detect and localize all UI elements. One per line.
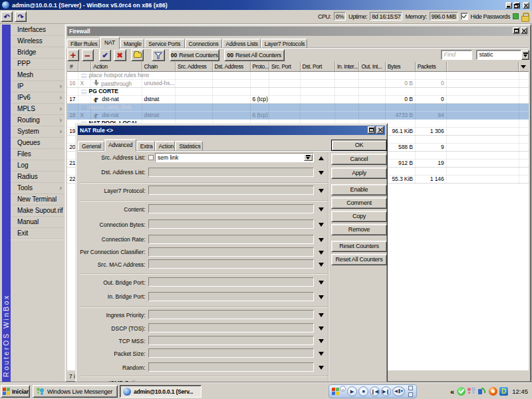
column-header-src-address[interactable]: Src. Address — [176, 62, 213, 71]
expand-field-button[interactable] — [317, 206, 326, 213]
comment-row[interactable]: ;;;Aviso_sem_link — [67, 104, 529, 112]
column-header-in-inter-[interactable]: In. Inter... — [335, 62, 359, 71]
remove-button[interactable]: Remove — [331, 224, 387, 235]
column-header-dst-port[interactable]: Dst. Port — [301, 62, 336, 71]
wmp-prev-button[interactable]: ❙◀ — [370, 386, 380, 396]
sidebar-item-radius[interactable]: Radius — [11, 172, 65, 183]
sidebar-item-make-supout-rif[interactable]: Make Supout.rif — [11, 205, 65, 217]
expand-field-button[interactable] — [317, 170, 326, 176]
tray-orange-app-icon[interactable] — [489, 387, 497, 396]
expand-field-button[interactable] — [317, 221, 326, 228]
expand-field-button[interactable] — [317, 188, 326, 194]
expand-field-button[interactable] — [317, 237, 326, 243]
column-header-bytes[interactable]: Bytes — [386, 62, 416, 71]
column-picker-button[interactable] — [519, 62, 528, 71]
sidebar-item-new-terminal[interactable]: New Terminal — [11, 194, 65, 205]
dialog-tab-extra[interactable]: Extra — [136, 141, 155, 151]
firewall-tab-mangle[interactable]: Mangle — [120, 39, 144, 49]
wmp-play-button[interactable]: ▶ — [347, 386, 357, 396]
column-header-rest[interactable] — [447, 62, 519, 71]
comment-row[interactable]: ;;;place hotspot rules here — [67, 72, 529, 80]
wmp-dock-buttons[interactable] — [406, 386, 414, 397]
column-header-proto-[interactable]: Proto... — [251, 62, 270, 71]
column-header-out-int-[interactable]: Out. Int... — [359, 62, 385, 71]
remove-rule-button[interactable]: − — [82, 49, 94, 61]
redo-button[interactable]: ↷ — [15, 11, 27, 22]
enable-button[interactable]: Enable — [331, 184, 387, 196]
start-button[interactable]: Iniciar — [1, 385, 30, 398]
comment-button[interactable] — [131, 49, 144, 61]
close-button[interactable] — [523, 2, 529, 9]
expand-field-button[interactable] — [317, 249, 326, 256]
firewall-tab-service-ports[interactable]: Service Ports — [144, 39, 185, 49]
field-input[interactable]: sem link — [155, 153, 314, 162]
sidebar-item-system[interactable]: System — [11, 126, 65, 138]
filter-select[interactable]: static — [476, 50, 522, 60]
tray-messenger-online-icon[interactable] — [457, 387, 466, 396]
column-header--[interactable]: # — [68, 62, 78, 71]
wmp-chevron-button[interactable]: ⌄ — [340, 386, 346, 392]
ok-button[interactable]: OK — [331, 140, 387, 151]
hide-passwords-checkbox[interactable] — [461, 13, 468, 20]
wmp-stop-button[interactable]: ■ — [358, 386, 368, 396]
tray-collapse-chevron[interactable]: « — [450, 388, 454, 396]
expand-field-button[interactable] — [317, 279, 326, 286]
restore-button[interactable] — [513, 2, 520, 9]
apply-button[interactable]: Apply — [331, 168, 387, 179]
table-header[interactable]: #ActionChainSrc. AddressDst. AddressProt… — [67, 62, 529, 72]
enable-rule-button[interactable]: ✔ — [99, 49, 111, 61]
firewall-tab-address-lists[interactable]: Address Lists — [222, 39, 261, 49]
sidebar-item-interfaces[interactable]: Interfaces — [11, 25, 65, 36]
undo-button[interactable]: ↶ — [1, 11, 13, 22]
column-header-packets[interactable]: Packets — [416, 62, 447, 71]
wmp-next-button[interactable]: ▶❙ — [381, 386, 391, 396]
firewall-close-button[interactable] — [521, 27, 527, 34]
firewall-restore-button[interactable] — [513, 27, 519, 34]
dialog-tab-statistics[interactable]: Statistics — [175, 141, 203, 151]
expand-field-button[interactable] — [317, 294, 326, 301]
reset-all-counters-button[interactable]: 00Reset All Counters — [224, 49, 285, 61]
firewall-tab-layer7-protocols[interactable]: Layer7 Protocols — [261, 39, 308, 49]
sidebar-item-queues[interactable]: Queues — [11, 138, 65, 149]
wmp-volume-button[interactable]: ◀❚▾ — [392, 386, 405, 396]
comment-button[interactable]: Comment — [331, 198, 387, 209]
task-windows-live-messenger[interactable]: Windows Live Messenger — [33, 385, 118, 398]
sidebar-item-files[interactable]: Files — [11, 149, 65, 160]
find-input[interactable]: Find — [441, 50, 473, 60]
sidebar-item-exit[interactable]: Exit — [11, 228, 65, 239]
task-winbox[interactable]: admin@10.0.0.1 (Serv... — [120, 385, 201, 398]
dialog-rollup-button[interactable] — [368, 126, 375, 134]
sidebar-item-log[interactable]: Log — [11, 160, 65, 172]
reset-all-counters-button[interactable]: Reset All Counters — [331, 254, 387, 265]
expand-field-button[interactable] — [317, 312, 326, 319]
column-header-flag[interactable] — [78, 62, 92, 71]
rule-row-18[interactable]: 18X-||*dst-natdstnat6 (tcp)4733 B94 — [67, 112, 529, 120]
add-rule-button[interactable]: + — [67, 49, 79, 61]
dialog-close-button[interactable] — [376, 126, 384, 134]
sidebar-item-ip[interactable]: IP — [11, 81, 65, 92]
column-header-chain[interactable]: Chain — [142, 62, 176, 71]
sidebar-item-mesh[interactable]: Mesh — [11, 70, 65, 81]
copy-button[interactable]: Copy — [331, 211, 387, 222]
dialog-tab-action[interactable]: Action — [155, 141, 176, 151]
sidebar-item-ppp[interactable]: PPP — [11, 59, 65, 70]
dialog-tab-advanced[interactable]: Advanced — [104, 139, 136, 151]
tray-volume-signal-icon[interactable] — [478, 387, 487, 396]
tray-contacts-icon[interactable] — [467, 387, 476, 396]
reset-counters-button[interactable]: Reset Counters — [331, 241, 387, 252]
collapse-field-button[interactable] — [317, 155, 326, 162]
tray-d-app-icon[interactable]: D — [499, 387, 508, 396]
firewall-titlebar[interactable]: Firewall — [67, 27, 529, 36]
expand-field-button[interactable] — [317, 261, 326, 268]
dialog-tab-general[interactable]: General — [78, 141, 104, 151]
reset-counters-button[interactable]: 00Reset Counters — [170, 49, 219, 61]
field-unset-checkbox[interactable] — [148, 155, 154, 160]
column-header-src-port[interactable]: Src. Port — [269, 62, 301, 71]
expand-field-button[interactable] — [317, 325, 326, 332]
sidebar-item-routing[interactable]: Routing — [11, 115, 65, 126]
column-header-action[interactable]: Action — [91, 62, 142, 71]
expand-field-button[interactable] — [317, 364, 326, 371]
rule-row-17[interactable]: 17-||*dst-natdstnat6 (tcp)0 B0 — [67, 96, 529, 104]
sidebar-item-manual[interactable]: Manual — [11, 217, 65, 228]
sidebar-item-bridge[interactable]: Bridge — [11, 47, 65, 59]
